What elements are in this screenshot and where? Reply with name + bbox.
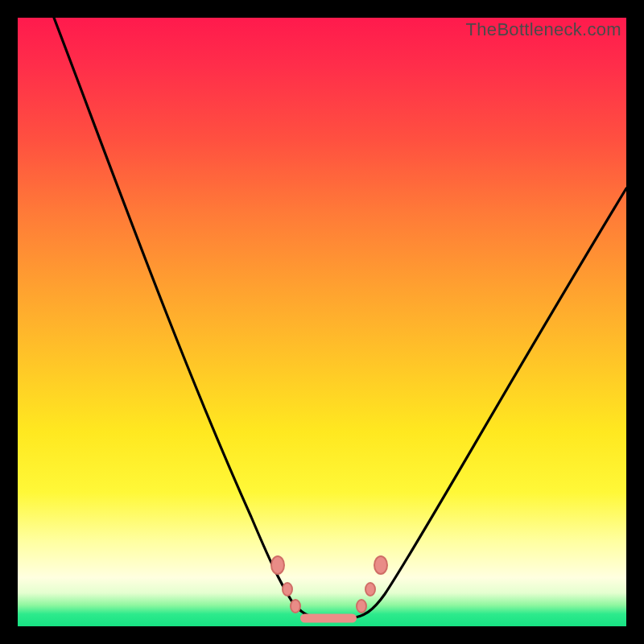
curve-marker [290, 599, 301, 613]
watermark-text: TheBottleneck.com [466, 19, 621, 40]
curve-marker [374, 555, 388, 575]
plot-area: TheBottleneck.com [18, 18, 626, 626]
curve-marker [270, 555, 285, 575]
bottleneck-curve [18, 18, 626, 626]
curve-marker [356, 599, 367, 613]
curve-marker [282, 582, 293, 597]
curve-path [54, 18, 626, 618]
curve-marker [365, 582, 376, 597]
chart-frame: TheBottleneck.com [0, 0, 644, 644]
curve-flat-band [300, 614, 357, 623]
